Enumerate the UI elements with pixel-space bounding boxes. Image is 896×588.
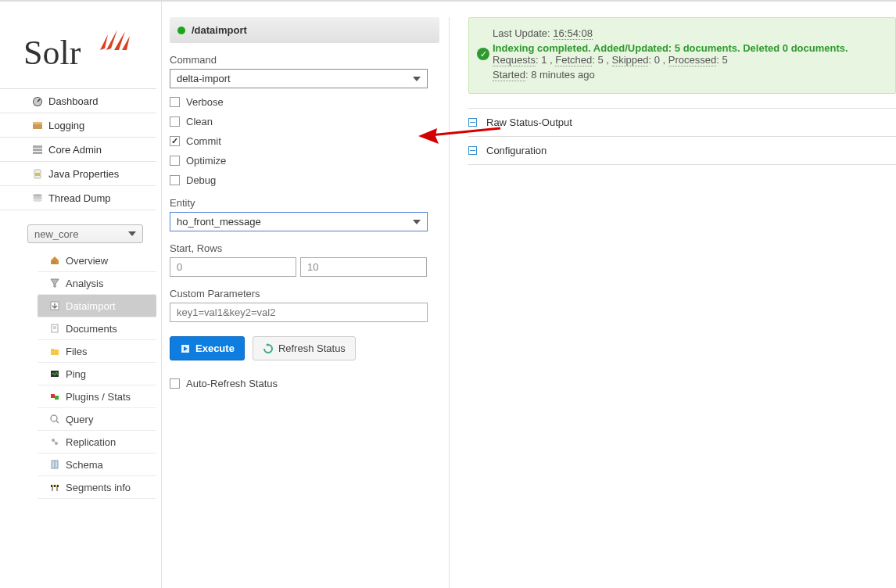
subnav-label: Dataimport — [66, 300, 116, 312]
core-value: new_core — [34, 228, 78, 240]
stack-icon — [31, 192, 44, 204]
subnav-replication[interactable]: Replication — [38, 431, 156, 454]
svg-line-22 — [56, 421, 59, 423]
nav-java-properties[interactable]: Java Properties — [0, 162, 156, 186]
subnav-documents[interactable]: Documents — [38, 317, 156, 340]
debug-checkbox-row[interactable]: Debug — [170, 174, 439, 186]
custom-params-label: Custom Parameters — [170, 288, 439, 299]
svg-rect-5 — [33, 145, 42, 148]
checkbox-icon — [170, 117, 180, 127]
section-label: Raw Status-Output — [486, 117, 572, 128]
checkbox-icon — [170, 378, 180, 389]
subnav-label: Replication — [66, 436, 116, 448]
svg-rect-9 — [35, 173, 40, 176]
status-counters: Requests: 1 , Fetched: 5 , Skipped: 0 , … — [493, 54, 883, 66]
collapse-icon — [468, 146, 477, 155]
nav-label: Logging — [48, 120, 84, 131]
solr-rays-icon — [100, 30, 130, 50]
subnav-query[interactable]: Query — [38, 408, 156, 431]
nav-dashboard[interactable]: Dashboard — [0, 89, 156, 113]
subnav-plugins[interactable]: Plugins / Stats — [38, 385, 156, 408]
svg-rect-31 — [57, 485, 59, 487]
svg-point-21 — [51, 415, 57, 421]
start-input[interactable] — [170, 257, 296, 277]
auto-refresh-label: Auto-Refresh Status — [186, 378, 278, 389]
svg-point-12 — [33, 199, 42, 202]
home-icon — [48, 254, 61, 267]
subnav-label: Analysis — [66, 278, 103, 289]
checkbox-label: Debug — [186, 174, 216, 186]
svg-rect-29 — [51, 485, 52, 487]
started-line: Started: 8 minutes ago — [493, 69, 883, 81]
configuration-toggle[interactable]: Configuration — [468, 137, 896, 165]
book-icon — [48, 458, 61, 471]
nav-thread-dump[interactable]: Thread Dump — [0, 186, 156, 210]
checkbox-label: Optimize — [186, 155, 226, 167]
subnav-files[interactable]: Files — [38, 340, 156, 363]
custom-params-input[interactable] — [170, 303, 428, 322]
plugin-icon — [48, 390, 61, 403]
subnav-schema[interactable]: Schema — [38, 454, 156, 476]
dataimport-header: /dataimport — [170, 17, 439, 43]
jar-icon — [31, 167, 44, 180]
entity-value: ho_front_message — [177, 216, 261, 228]
nav-label: Core Admin — [48, 144, 102, 156]
svg-rect-13 — [53, 261, 56, 264]
subnav-dataimport[interactable]: Dataimport — [38, 295, 156, 317]
execute-button[interactable]: Execute — [170, 336, 245, 360]
logo: Solr — [0, 2, 156, 88]
rows-input[interactable] — [300, 257, 427, 277]
clean-checkbox-row[interactable]: Clean — [170, 116, 439, 127]
nav-label: Thread Dump — [48, 192, 110, 204]
search-icon — [48, 413, 61, 425]
check-circle-icon: ✓ — [477, 48, 489, 60]
command-select[interactable]: delta-import — [170, 69, 428, 88]
subnav-label: Plugins / Stats — [66, 391, 131, 403]
drawer-icon — [31, 119, 44, 131]
barrier-icon — [48, 481, 61, 493]
checkbox-icon — [170, 175, 180, 185]
commit-checkbox-row[interactable]: Commit — [170, 135, 439, 147]
section-label: Configuration — [486, 145, 547, 156]
checkbox-checked-icon — [170, 136, 180, 146]
status-panel: ✓ Last Update: 16:54:08 Indexing complet… — [468, 17, 896, 94]
import-icon — [48, 299, 61, 312]
server-icon — [31, 143, 44, 156]
svg-line-25 — [53, 440, 56, 443]
svg-rect-6 — [33, 149, 42, 151]
refresh-label: Refresh Status — [278, 342, 346, 354]
refresh-icon — [263, 343, 274, 354]
auto-refresh-checkbox-row[interactable]: Auto-Refresh Status — [170, 378, 439, 389]
folder-icon — [48, 345, 61, 357]
status-dot-icon — [177, 27, 185, 34]
optimize-checkbox-row[interactable]: Optimize — [170, 155, 439, 167]
verbose-checkbox-row[interactable]: Verbose — [170, 96, 439, 108]
chevron-down-icon — [413, 220, 421, 224]
svg-rect-4 — [33, 122, 42, 124]
subnav-segments[interactable]: Segments info — [38, 476, 156, 499]
last-update-line: Last Update: 16:54:08 — [493, 27, 883, 39]
nav-label: Dashboard — [48, 95, 99, 107]
entity-label: Entity — [170, 197, 439, 209]
subnav-analysis[interactable]: Analysis — [38, 272, 156, 295]
subnav-label: Query — [66, 414, 93, 425]
checkbox-icon — [170, 156, 180, 166]
status-headline: Indexing completed. Added/Updated: 5 doc… — [493, 42, 883, 54]
svg-text:Solr: Solr — [23, 34, 81, 72]
core-selector[interactable]: new_core — [27, 224, 143, 243]
subnav-label: Files — [66, 346, 87, 357]
chevron-down-icon — [128, 231, 136, 236]
subnav-ping[interactable]: Ping — [38, 363, 156, 385]
execute-icon — [180, 343, 191, 354]
refresh-button[interactable]: Refresh Status — [253, 336, 356, 360]
raw-status-toggle[interactable]: Raw Status-Output — [468, 108, 896, 137]
command-value: delta-import — [177, 73, 231, 84]
subnav-overview[interactable]: Overview — [38, 249, 156, 272]
startrows-label: Start, Rows — [170, 242, 439, 254]
subnav-label: Ping — [66, 368, 86, 380]
checkbox-label: Clean — [186, 116, 213, 127]
nav-core-admin[interactable]: Core Admin — [0, 138, 156, 162]
collapse-icon — [468, 118, 477, 127]
entity-select[interactable]: ho_front_message — [170, 212, 428, 231]
nav-logging[interactable]: Logging — [0, 113, 156, 138]
